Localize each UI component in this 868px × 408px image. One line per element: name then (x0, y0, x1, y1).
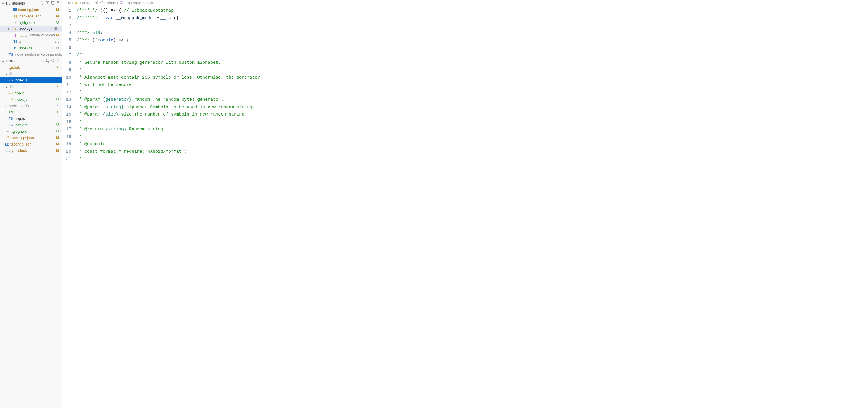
code-line[interactable]: * Alphabet must contain 256 symbols or l… (76, 74, 868, 81)
line-number: 15 (66, 111, 72, 118)
code-line[interactable] (76, 44, 868, 52)
code-line[interactable]: /******/ (() => { // webpackBootstrap (76, 7, 868, 14)
refresh-icon[interactable] (51, 59, 55, 63)
folder-item[interactable]: ›node_modules• (0, 102, 62, 109)
code-line[interactable]: /******/ var __webpack_modules__ = ({ (76, 14, 868, 22)
git-status: • (55, 104, 59, 107)
line-number: 19 (66, 141, 72, 148)
code-line[interactable]: * @example (76, 141, 868, 148)
explorer-actions (40, 59, 60, 63)
code-line[interactable]: * (76, 89, 868, 96)
file-item[interactable]: TSindex.tsU (0, 122, 62, 128)
file-name: index.ts (19, 46, 50, 50)
breadcrumb-item[interactable]: <function> (100, 1, 116, 5)
code-editor[interactable]: 123456789101112131415161718192021 /*****… (62, 6, 868, 408)
file-item[interactable]: JSindex.jsU (0, 96, 62, 102)
chevron-icon: › (5, 66, 8, 69)
close-all-icon[interactable] (56, 1, 60, 5)
save-all-icon[interactable] (51, 1, 55, 5)
open-editor-item[interactable]: TSindex.tssrcU (0, 45, 62, 51)
code-line[interactable]: /** (76, 52, 868, 59)
svg-rect-2 (48, 2, 49, 4)
code-line[interactable] (76, 22, 868, 29)
git-status: U (55, 123, 59, 127)
collapse-all-icon[interactable] (56, 59, 60, 63)
lock-icon: ⚓ (5, 148, 10, 152)
folder-name: lib (9, 84, 55, 89)
open-editor-item[interactable]: TStsconfig.jsonM (0, 6, 62, 13)
file-name: .gitignore (19, 21, 55, 25)
js-icon: JS (13, 27, 18, 31)
open-editor-item[interactable]: ≡.gitignoreU (0, 19, 62, 26)
breadcrumb-item[interactable]: __nccwpck_require__ (124, 1, 158, 5)
git-status: M (55, 148, 59, 152)
code-line[interactable]: * Secure random string generator with cu… (76, 59, 868, 67)
code-line[interactable]: /***/ ((module) => { (76, 37, 868, 44)
file-item[interactable]: ≡.gitignoreU (0, 128, 62, 134)
folder-name: src (9, 110, 55, 114)
file-name: index.ts (14, 123, 55, 127)
svg-rect-6 (41, 59, 43, 61)
folder-item[interactable]: ⌄src• (0, 109, 62, 115)
open-editor-item[interactable]: TSindex.d.tsnode_modules/@types/shortid (0, 51, 62, 58)
open-editor-item[interactable]: !app.yaml.github/workflowsM (0, 32, 62, 38)
code-line[interactable]: * will not be secure. (76, 81, 868, 89)
file-name: package.json (19, 14, 55, 18)
chevron-icon: ⌄ (5, 110, 8, 114)
git-status: U (55, 97, 59, 101)
folder-name: dist (9, 72, 59, 76)
js-icon: JS (8, 78, 13, 82)
new-file-icon[interactable] (40, 59, 44, 63)
file-name: package.json (12, 136, 55, 140)
yaml-icon: ! (13, 33, 18, 38)
new-file-icon[interactable] (40, 1, 44, 5)
breadcrumb-item[interactable]: dist (65, 1, 71, 5)
line-number: 6 (66, 44, 72, 52)
file-name: app.js (14, 91, 59, 95)
line-number-gutter: 123456789101112131415161718192021 (62, 7, 76, 408)
file-name: index.js (14, 78, 59, 82)
file-item[interactable]: TStsconfig.jsonM (0, 141, 62, 147)
code-line[interactable]: * (76, 156, 868, 163)
file-item[interactable]: JSapp.js (0, 90, 62, 96)
file-item[interactable]: TSapp.ts (0, 115, 62, 122)
git-status: M (55, 7, 59, 12)
code-line[interactable]: * (76, 118, 868, 126)
chevron-icon: › (5, 104, 8, 107)
folder-item[interactable]: ›.github• (0, 64, 62, 70)
file-item[interactable]: { }package.jsonM (0, 134, 62, 141)
code-line[interactable]: * (76, 133, 868, 141)
ts-icon: TS (8, 124, 13, 127)
breadcrumb-item[interactable]: index.js (80, 1, 91, 5)
file-hint: dist (54, 27, 59, 31)
code-line[interactable]: * @param {size} size The number of symbo… (76, 111, 868, 118)
new-folder-icon[interactable] (45, 59, 50, 63)
code-line[interactable]: * @return {string} Random string. (76, 126, 868, 133)
line-number: 18 (66, 133, 72, 141)
explorer-header[interactable]: ⌄ FIRST (0, 58, 62, 64)
file-item[interactable]: JSindex.js (0, 77, 62, 83)
open-editor-item[interactable]: TSapp.tssrc (0, 38, 62, 45)
code-line[interactable]: * (76, 66, 868, 74)
code-line[interactable]: * @param {generator} random The random b… (76, 96, 868, 104)
breadcrumb[interactable]: dist › JS index.js › <function> › __nccw… (62, 0, 868, 6)
file-hint: .github/workflows (29, 33, 55, 37)
file-name: index.js (19, 27, 53, 31)
code-line[interactable]: * const format = require('nanoid/format'… (76, 148, 868, 156)
open-editor-item[interactable]: { }package.jsonM (0, 13, 62, 19)
toggle-layout-icon[interactable] (45, 1, 50, 5)
folder-name: .github (9, 65, 55, 70)
close-icon[interactable]: × (8, 27, 12, 31)
file-item[interactable]: ⚓yarn.lockM (0, 147, 62, 154)
git-status: U (55, 21, 59, 25)
sidebar: ⌄ 打开的编辑器 TStsconfig.jsonM{ }package.json… (0, 0, 62, 408)
code-content[interactable]: /******/ (() => { // webpackBootstrap/**… (76, 7, 868, 408)
folder-item[interactable]: ⌄dist (0, 70, 62, 77)
open-editors-header[interactable]: ⌄ 打开的编辑器 (0, 0, 62, 6)
ts-icon: TS (13, 40, 18, 43)
line-number: 12 (66, 89, 72, 96)
code-line[interactable]: * @param {string} alphabet Symbols to be… (76, 104, 868, 111)
open-editor-item[interactable]: ×JSindex.jsdist (0, 26, 62, 32)
code-line[interactable]: /***/ 516: (76, 29, 868, 37)
folder-item[interactable]: ⌄lib• (0, 83, 62, 90)
